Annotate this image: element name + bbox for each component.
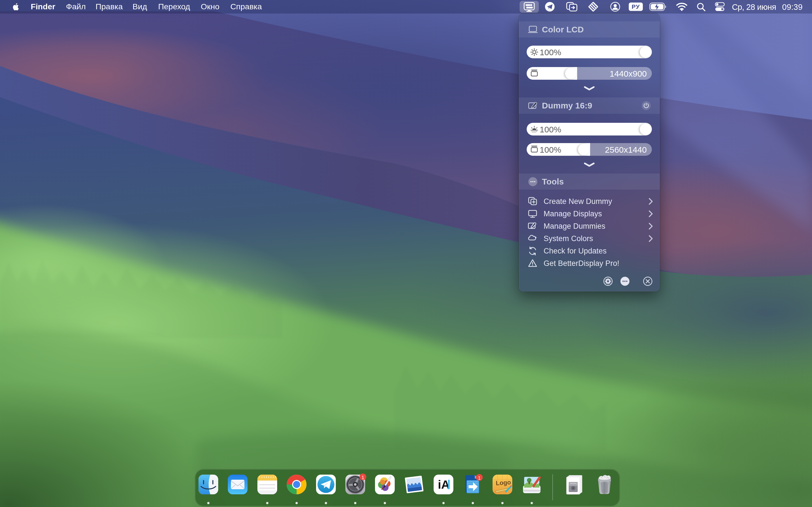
svg-text:1: 1: [478, 475, 480, 481]
svg-text:1: 1: [361, 475, 364, 480]
svg-text:Logo: Logo: [496, 478, 511, 487]
svg-text:iA: iA: [438, 478, 450, 491]
